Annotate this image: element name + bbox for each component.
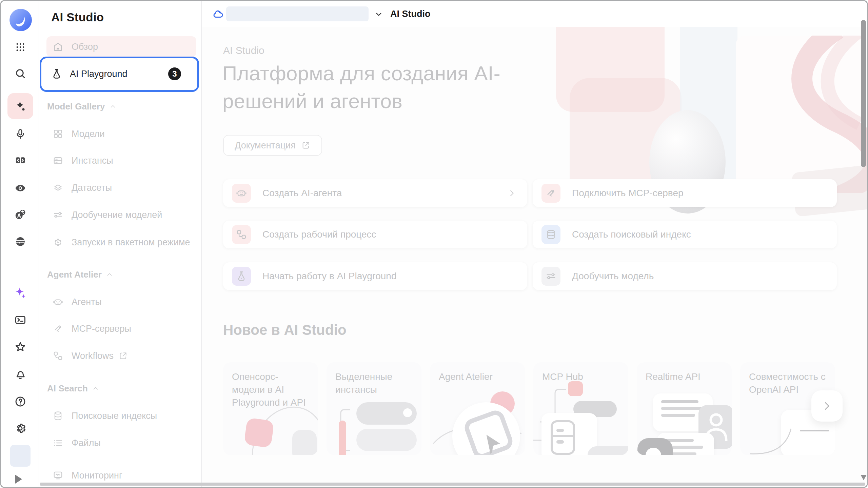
main-content: AI Studio Платформа для создания AI- реш…	[202, 27, 867, 487]
rail-notifications-bell-icon[interactable]	[13, 367, 28, 382]
carousel-next-button[interactable]	[811, 390, 843, 422]
news-card-agent-atelier[interactable]: Agent Atelier	[430, 362, 525, 455]
workflow-icon	[232, 225, 251, 244]
avatar[interactable]	[10, 445, 31, 467]
hero-eyebrow: AI Studio	[223, 45, 264, 56]
section-header-agent-atelier[interactable]: Agent Atelier	[47, 268, 113, 281]
section-label: AI Search	[47, 383, 88, 394]
rail-terminal-icon[interactable]	[13, 312, 28, 327]
section-label: Model Gallery	[47, 101, 105, 112]
rail-vision-eye-icon[interactable]	[13, 181, 28, 196]
news-card-opensource-models[interactable]: Опенсорс-модели в AI Playground и API	[223, 362, 318, 455]
rail-microphone-icon[interactable]	[13, 126, 28, 141]
breadcrumb: AI Studio	[390, 1, 430, 27]
list-icon	[53, 438, 64, 448]
sidebar-title: AI Studio	[51, 11, 104, 24]
sidebar-item-search-indexes[interactable]: Поисковые индексы	[46, 405, 196, 426]
robot-icon	[232, 184, 251, 203]
rail-settings-gear-icon[interactable]	[13, 421, 28, 436]
pink-blob-shape	[244, 418, 274, 448]
monitor-icon	[53, 470, 64, 481]
rail-favorites-star-icon[interactable]	[13, 340, 28, 354]
rail-search-icon[interactable]	[13, 66, 28, 81]
sidebar-item-label: AI Playground	[70, 69, 127, 79]
robot-icon	[53, 297, 64, 307]
page-title: Платформа для создания AI- решений и аге…	[222, 60, 500, 115]
sidebar-item-agents[interactable]: Агенты	[46, 291, 196, 312]
chevron-up-icon	[92, 385, 99, 392]
rail-apps-grid-icon[interactable]	[13, 40, 28, 55]
gray-blob-shape	[292, 430, 317, 455]
section-title-whats-new: Новое в AI Studio	[223, 322, 347, 338]
quick-action-create-workflow[interactable]: Создать рабочий процесс	[223, 221, 527, 248]
sidebar-item-batch-runs[interactable]: Запуски в пакетном режиме	[46, 232, 196, 253]
documentation-button[interactable]: Документация	[223, 135, 322, 156]
server-outline-icon	[550, 419, 577, 455]
pink-bar-shape	[339, 421, 346, 455]
tour-highlight-ring: AI Playground 3	[40, 57, 199, 92]
sidebar-item-ai-playground[interactable]: AI Playground 3	[45, 63, 191, 84]
sidebar-item-datasets[interactable]: Датасеты	[46, 177, 196, 198]
topbar: AI Studio	[202, 1, 867, 27]
news-card-realtime-api[interactable]: Realtime API	[637, 362, 732, 455]
rail-gpt-sparkle-icon[interactable]	[13, 285, 28, 300]
expand-rail-arrow-icon[interactable]	[15, 475, 22, 484]
sidebar-item-instances[interactable]: Инстансы	[46, 150, 196, 171]
rail-data-platform-icon[interactable]	[13, 234, 28, 249]
sidebar-item-label: Обзор	[72, 42, 98, 52]
rail-code-brackets-icon[interactable]	[13, 153, 28, 168]
grid-icon	[53, 128, 64, 139]
quick-action-create-search-index[interactable]: Создать поисковый индекс	[533, 221, 837, 248]
rail-help-icon[interactable]	[13, 394, 28, 409]
chevron-right-icon	[821, 400, 833, 412]
sidebar-item-overview[interactable]: Обзор	[46, 36, 196, 57]
quick-action-connect-mcp-server[interactable]: Подключить MCP-сервер	[533, 179, 837, 207]
database-icon	[53, 410, 64, 421]
external-link-icon	[301, 141, 311, 150]
external-link-icon	[118, 351, 130, 361]
sidebar-item-workflows[interactable]: Workflows	[46, 345, 196, 366]
rail-translate-icon[interactable]	[13, 207, 28, 222]
quick-action-create-ai-agent[interactable]: Создать AI-агента	[223, 179, 527, 207]
instance-icon	[53, 155, 64, 166]
flask-icon	[51, 68, 62, 80]
quick-action-finetune-model[interactable]: Дообучить модель	[533, 262, 837, 290]
horizontal-scrollbar[interactable]	[40, 483, 865, 486]
section-label: Agent Atelier	[47, 269, 102, 280]
mcp-icon	[541, 184, 560, 203]
app-window: AI Studio Обзор AI Playground 3 Model Ga…	[0, 0, 868, 488]
sidebar: AI Studio Обзор AI Playground 3 Model Ga…	[39, 1, 202, 487]
logo-icon	[8, 8, 33, 32]
vertical-scrollbar-thumb[interactable]	[861, 20, 866, 167]
chevron-up-icon	[109, 103, 117, 110]
server-led-shape	[403, 408, 412, 417]
scrollbar-down-arrow[interactable]	[861, 475, 867, 480]
mcp-icon	[53, 323, 64, 334]
sidebar-item-mcp-servers[interactable]: MCP-серверы	[46, 318, 196, 339]
section-header-model-gallery[interactable]: Model Gallery	[47, 100, 117, 113]
rail-ai-studio-sparkle-icon[interactable]	[7, 93, 33, 119]
home-icon	[53, 41, 64, 52]
text-line-shape	[661, 400, 698, 403]
hero-illustration	[537, 27, 867, 198]
curve-line-shape	[747, 427, 815, 455]
project-selector-redacted[interactable]	[226, 6, 369, 21]
notification-badge: 3	[168, 67, 181, 80]
news-card-mcp-hub[interactable]: MCP Hub	[533, 362, 628, 455]
chevron-down-icon[interactable]	[374, 9, 383, 20]
workflow-icon	[53, 350, 64, 361]
sidebar-item-models[interactable]: Модели	[46, 123, 196, 144]
service-rail	[1, 1, 39, 487]
quick-action-start-ai-playground[interactable]: Начать работу в AI Playground	[223, 262, 527, 290]
yandex-cloud-logo[interactable]	[8, 8, 33, 32]
database-icon	[541, 225, 560, 244]
sliders-icon	[53, 209, 64, 220]
sidebar-item-files[interactable]: Файлы	[46, 432, 196, 453]
news-card-dedicated-instances[interactable]: Выделенные инстансы	[327, 362, 421, 455]
chevron-up-icon	[106, 271, 113, 278]
section-header-ai-search[interactable]: AI Search	[47, 382, 99, 395]
gear-play-icon	[53, 237, 64, 248]
cursor-arrow-shape	[480, 431, 500, 455]
sidebar-item-finetuning[interactable]: Дообучение моделей	[46, 204, 196, 225]
server-pill-shape	[356, 429, 417, 451]
